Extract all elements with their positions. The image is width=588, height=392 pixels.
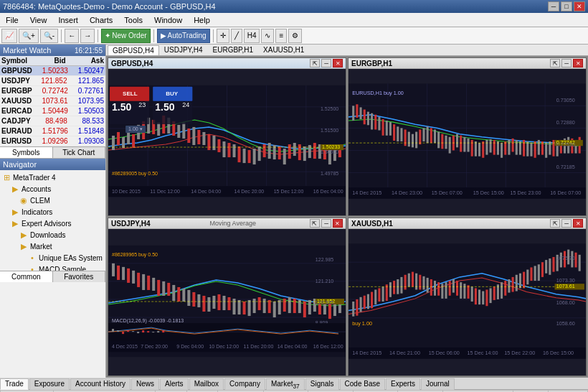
usdjpy-detach-btn[interactable]: ⇱: [310, 219, 320, 228]
gbpusd-minimize-btn[interactable]: ─: [321, 59, 331, 67]
svg-rect-308: [545, 260, 547, 274]
gbpusd-close-btn[interactable]: ✕: [333, 59, 343, 67]
market-watch-row[interactable]: EURUSD 1.09296 1.09308: [0, 136, 105, 146]
line-tool-button[interactable]: ╱: [231, 29, 242, 43]
zoom-out-button[interactable]: 🔍-: [40, 29, 58, 43]
tab-common[interactable]: Common: [0, 271, 53, 282]
nav-item-accounts[interactable]: ▶ Accounts: [1, 183, 104, 195]
template-button[interactable]: ≡: [275, 29, 287, 43]
market-watch-row[interactable]: GBPUSD 1.50233 1.50247: [0, 66, 105, 76]
back-button[interactable]: ←: [65, 29, 79, 43]
menu-window[interactable]: Window: [151, 15, 185, 25]
terminal-tab-history[interactable]: Account History: [70, 378, 131, 390]
eurgbp-detach-btn[interactable]: ⇱: [550, 59, 560, 67]
menu-tools[interactable]: Tools: [121, 15, 146, 25]
tab-favorites[interactable]: Favorites: [53, 271, 106, 282]
svg-rect-24: [182, 123, 185, 139]
terminal-tab-exposure[interactable]: Exposure: [29, 378, 70, 390]
market-watch-row[interactable]: EURAUD 1.51796 1.51848: [0, 126, 105, 136]
market-watch-row[interactable]: CADJPY 88.498 88.533: [0, 116, 105, 126]
crosshair-button[interactable]: ✛: [217, 29, 229, 43]
nav-icon: ▶: [19, 230, 29, 240]
terminal-tab-codebase[interactable]: Code Base: [340, 378, 385, 390]
nav-item-unique-eas-system-0[interactable]: • Unique EAs System 0: [1, 252, 104, 263]
eurgbp-chart-controls: ⇱ ─ ✕: [550, 59, 583, 67]
svg-rect-181: [142, 274, 145, 290]
eurgbp-minimize-btn[interactable]: ─: [561, 59, 572, 67]
svg-rect-276: [427, 278, 429, 293]
maximize-button[interactable]: □: [561, 1, 572, 11]
svg-text:15 Dec 15:00: 15 Dec 15:00: [473, 190, 504, 196]
xauusd-chart-body: buy 1.00 1073.61 1075.70 1073.30 1068.00…: [348, 229, 586, 373]
svg-rect-193: [202, 296, 205, 312]
menu-view[interactable]: View: [27, 15, 50, 25]
menu-help[interactable]: Help: [191, 15, 213, 25]
new-chart-button[interactable]: 📈: [1, 29, 17, 43]
terminal-tab-alerts[interactable]: Alerts: [160, 378, 189, 390]
market-watch-row[interactable]: USDJPY 121.852 121.865: [0, 76, 105, 86]
terminal-tab-trade[interactable]: Trade: [0, 378, 29, 390]
svg-text:1.50: 1.50: [112, 101, 132, 113]
minimize-button[interactable]: ─: [548, 1, 559, 11]
nav-label: CLEM: [30, 197, 50, 205]
nav-item-metatrader-4[interactable]: ⊞ MetaTrader 4: [1, 172, 104, 183]
nav-label: Accounts: [22, 185, 51, 193]
zoom-in-button[interactable]: 🔍+: [19, 29, 39, 43]
svg-text:14 Dec 04:00: 14 Dec 04:00: [191, 189, 221, 194]
svg-text:0.72880: 0.72880: [556, 119, 575, 126]
menu-charts[interactable]: Charts: [87, 15, 115, 25]
svg-rect-198: [228, 297, 231, 310]
market-watch-row[interactable]: XAUUSD 1073.61 1073.95: [0, 96, 105, 106]
xauusd-detach-btn[interactable]: ⇱: [550, 219, 560, 228]
svg-rect-142: [534, 141, 536, 158]
usdjpy-minimize-btn[interactable]: ─: [321, 219, 331, 228]
menu-insert[interactable]: Insert: [55, 15, 81, 25]
nav-item-market[interactable]: ▶ Market: [1, 241, 104, 252]
usdjpy-close-btn[interactable]: ✕: [333, 219, 343, 228]
nav-item-downloads[interactable]: ▶ Downloads: [1, 229, 104, 241]
terminal-tab-company[interactable]: Company: [224, 378, 265, 390]
svg-text:1.52500: 1.52500: [321, 106, 338, 111]
auto-trading-button[interactable]: ▶ AutoTrading: [157, 29, 210, 43]
eurgbp-close-btn[interactable]: ✕: [573, 59, 583, 67]
nav-item-expert-advisors[interactable]: ▶ Expert Advisors: [1, 218, 104, 229]
nav-label: Indicators: [22, 208, 52, 216]
market-watch-row[interactable]: EURGBP 0.72742 0.72761: [0, 86, 105, 96]
terminal-tab-news[interactable]: News: [131, 378, 159, 390]
indicator-button[interactable]: ∿: [261, 29, 274, 43]
terminal-tab-market[interactable]: Market37: [266, 378, 305, 390]
chart-tab-xauusd[interactable]: XAUUSD,H1: [258, 45, 309, 55]
xauusd-close-btn[interactable]: ✕: [573, 219, 583, 228]
xauusd-minimize-btn[interactable]: ─: [561, 219, 572, 228]
terminal-tab-journal[interactable]: Journal: [421, 378, 455, 390]
terminal-tab-mailbox[interactable]: Mailbox: [189, 378, 224, 390]
chart-tab-gbpusd[interactable]: GBPUSD,H4: [108, 45, 159, 55]
period-button[interactable]: H4: [244, 29, 260, 43]
forward-button[interactable]: →: [80, 29, 95, 43]
svg-rect-265: [386, 284, 388, 301]
nav-item-clem[interactable]: ◉ CLEM: [1, 195, 104, 206]
chart-tab-usdjpy[interactable]: USDJPY,H4: [159, 45, 208, 55]
svg-rect-116: [437, 132, 440, 149]
tab-symbols[interactable]: Symbols: [0, 147, 53, 158]
terminal-tab-experts[interactable]: Experts: [386, 378, 420, 390]
svg-text:1.00 ▾: 1.00 ▾: [128, 126, 143, 131]
svg-rect-231: [112, 329, 114, 332]
mw-bid: 0.72742: [32, 87, 68, 95]
chart-tab-eurgbp[interactable]: EURGBP,H1: [208, 45, 259, 55]
properties-button[interactable]: ⚙: [288, 29, 302, 43]
svg-rect-267: [393, 281, 395, 294]
close-button[interactable]: ✕: [574, 1, 585, 11]
svg-rect-48: [303, 146, 306, 161]
nav-item-macd-sample[interactable]: • MACD Sample: [1, 263, 104, 271]
menu-file[interactable]: File: [3, 15, 22, 25]
svg-rect-199: [233, 299, 236, 314]
market-watch-row[interactable]: EURCAD 1.50449 1.50503: [0, 106, 105, 116]
tab-tick-chart[interactable]: Tick Chart: [53, 147, 106, 158]
gbpusd-detach-btn[interactable]: ⇱: [310, 59, 320, 67]
svg-rect-44: [283, 149, 286, 164]
svg-rect-203: [253, 299, 256, 313]
nav-item-indicators[interactable]: ▶ Indicators: [1, 206, 104, 218]
new-order-button[interactable]: ✦ New Order: [101, 29, 150, 43]
terminal-tab-signals[interactable]: Signals: [305, 378, 339, 390]
